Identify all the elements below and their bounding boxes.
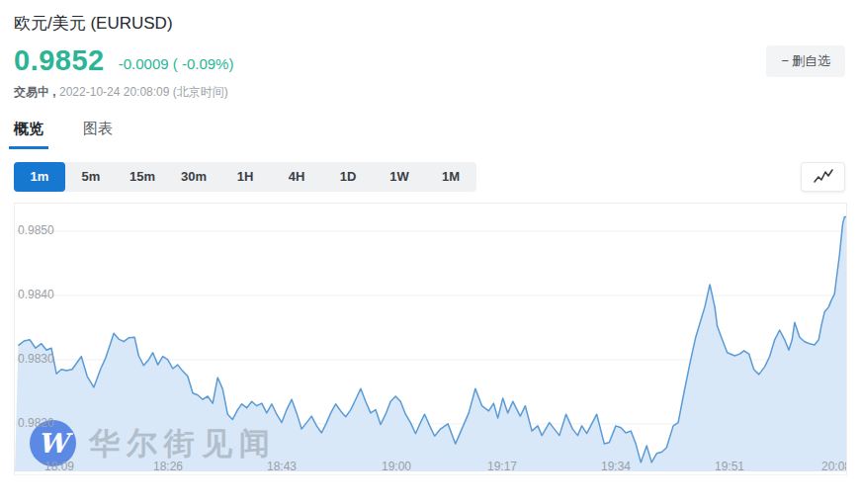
chart-type-button[interactable]: [801, 162, 845, 192]
period-bar: 1m5m15m30m1H4H1D1W1M: [14, 162, 476, 192]
quote-page: 欧元/美元 (EURUSD) 0.9852 -0.0009 ( -0.09%) …: [0, 0, 859, 504]
price-row: 0.9852 -0.0009 ( -0.09%) − 删自选: [14, 44, 845, 77]
period-5m[interactable]: 5m: [65, 162, 117, 192]
x-axis-label: 19:51: [715, 460, 744, 473]
x-axis-label: 19:17: [487, 460, 517, 473]
x-axis-label: 19:00: [382, 460, 411, 473]
period-1h[interactable]: 1H: [219, 162, 271, 192]
instrument-title: 欧元/美元 (EURUSD): [14, 12, 845, 35]
x-axis-label: 20:08: [821, 460, 847, 473]
quote-header: 欧元/美元 (EURUSD) 0.9852 -0.0009 ( -0.09%) …: [0, 0, 859, 101]
y-axis-label: 0.9840: [18, 288, 54, 301]
y-axis-label: 0.9830: [18, 352, 54, 366]
period-15m[interactable]: 15m: [117, 162, 168, 192]
x-axis-label: 18:09: [44, 460, 74, 473]
x-axis-label: 18:26: [153, 460, 183, 473]
y-axis-label: 0.9820: [18, 416, 54, 430]
trading-status: 交易中 , 2022-10-24 20:08:09 (北京时间): [14, 84, 845, 101]
minus-icon: −: [781, 53, 789, 68]
x-axis-label: 18:43: [267, 460, 297, 473]
y-axis-label: 0.9850: [18, 223, 54, 237]
period-4h[interactable]: 4H: [271, 162, 322, 192]
period-1d[interactable]: 1D: [322, 162, 374, 192]
period-30m[interactable]: 30m: [168, 162, 219, 192]
period-1w[interactable]: 1W: [374, 162, 425, 192]
watermark-text: 华尔街见闻: [89, 423, 277, 464]
watchlist-button-label: 删自选: [792, 52, 830, 70]
tab-chart[interactable]: 图表: [83, 120, 113, 149]
tab-overview[interactable]: 概览: [14, 120, 43, 149]
price-change: -0.0009 ( -0.09%): [119, 55, 234, 72]
last-price: 0.9852: [14, 44, 105, 77]
remove-watchlist-button[interactable]: − 删自选: [766, 45, 845, 77]
period-1m[interactable]: 1M: [425, 162, 476, 192]
x-axis-label: 19:34: [601, 460, 631, 473]
period-1m[interactable]: 1m: [14, 162, 65, 192]
chart-toolbar: 1m5m15m30m1H4H1D1W1M: [14, 162, 845, 192]
line-chart-icon: [812, 168, 835, 186]
trading-status-label: 交易中 ,: [14, 85, 56, 99]
price-chart[interactable]: W 华尔街见闻 0.98200.98300.98400.985018:0918:…: [14, 203, 847, 475]
tab-bar: 概览图表: [0, 120, 859, 150]
quote-timestamp: 2022-10-24 20:08:09 (北京时间): [59, 85, 228, 99]
